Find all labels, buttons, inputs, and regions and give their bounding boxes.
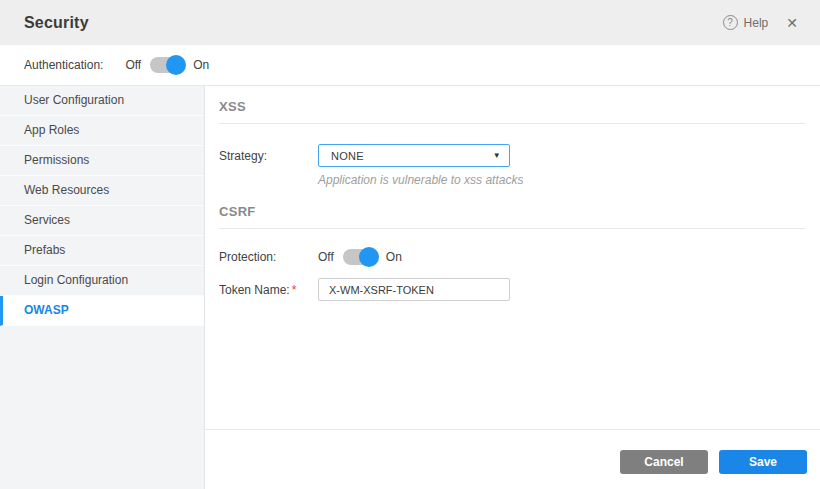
help-button[interactable]: ? Help	[723, 15, 769, 30]
xss-hint-text: Application is vulnerable to xss attacks	[318, 173, 806, 187]
strategy-row: Strategy: NONE ▼	[219, 144, 806, 167]
sidebar-item-app-roles[interactable]: App Roles	[0, 116, 204, 146]
csrf-section-header: CSRF	[219, 204, 806, 229]
authentication-off-label: Off	[125, 58, 141, 72]
sidebar-item-login-configuration[interactable]: Login Configuration	[0, 266, 204, 296]
sidebar-item-web-resources[interactable]: Web Resources	[0, 176, 204, 206]
help-icon: ?	[723, 15, 738, 30]
titlebar: Security ? Help ✕	[0, 0, 820, 45]
help-label: Help	[744, 16, 769, 30]
sidebar: User Configuration App Roles Permissions…	[0, 86, 205, 489]
save-button[interactable]: Save	[719, 450, 807, 474]
strategy-select[interactable]: NONE ▼	[318, 144, 510, 167]
cancel-button[interactable]: Cancel	[620, 450, 708, 474]
required-marker: *	[292, 283, 297, 297]
protection-toggle-group: Off On	[318, 249, 402, 265]
sidebar-item-owasp[interactable]: OWASP	[0, 296, 204, 326]
sidebar-item-permissions[interactable]: Permissions	[0, 146, 204, 176]
xss-section-title: XSS	[219, 99, 806, 114]
authentication-on-label: On	[193, 58, 209, 72]
strategy-selected-value: NONE	[331, 150, 364, 162]
titlebar-actions: ? Help ✕	[723, 15, 798, 30]
chevron-down-icon: ▼	[493, 151, 501, 160]
protection-off-label: Off	[318, 250, 334, 264]
protection-label: Protection:	[219, 250, 318, 264]
toggle-knob	[359, 247, 379, 267]
page-title: Security	[24, 14, 89, 32]
token-name-label-text: Token Name:	[219, 283, 290, 297]
security-dialog: Security ? Help ✕ Authentication: Off On…	[0, 0, 820, 489]
protection-toggle[interactable]	[343, 249, 377, 265]
protection-on-label: On	[386, 250, 402, 264]
csrf-section-title: CSRF	[219, 204, 806, 219]
sidebar-item-services[interactable]: Services	[0, 206, 204, 236]
sidebar-item-user-configuration[interactable]: User Configuration	[0, 86, 204, 116]
token-name-label: Token Name:*	[219, 283, 318, 297]
xss-divider	[219, 123, 806, 124]
sidebar-item-prefabs[interactable]: Prefabs	[0, 236, 204, 266]
toggle-knob	[166, 55, 186, 75]
token-name-row: Token Name:*	[219, 278, 806, 301]
xss-section-header: XSS	[219, 99, 806, 124]
strategy-label: Strategy:	[219, 149, 318, 163]
token-name-input[interactable]	[318, 278, 510, 301]
owasp-content: XSS Strategy: NONE ▼ Application is vuln…	[205, 86, 820, 301]
close-icon[interactable]: ✕	[786, 16, 798, 30]
authentication-toggle-group: Off On	[125, 57, 209, 73]
main-panel: XSS Strategy: NONE ▼ Application is vuln…	[205, 86, 820, 489]
protection-row: Protection: Off On	[219, 249, 806, 265]
csrf-divider	[219, 228, 806, 229]
dialog-body: User Configuration App Roles Permissions…	[0, 86, 820, 489]
authentication-label: Authentication:	[24, 58, 103, 72]
authentication-row: Authentication: Off On	[0, 45, 820, 86]
footer-bar: Cancel Save	[205, 429, 820, 489]
authentication-toggle[interactable]	[150, 57, 184, 73]
